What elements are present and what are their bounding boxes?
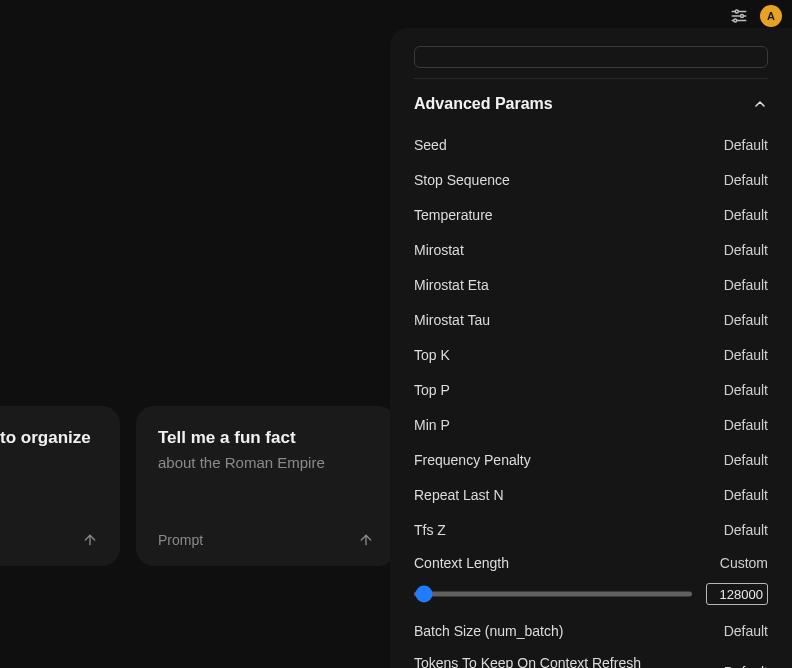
avatar[interactable]: A (760, 5, 782, 27)
param-value[interactable]: Default (724, 277, 768, 293)
param-row-repeat-last-n: Repeat Last NDefault (414, 477, 768, 512)
param-label: Repeat Last N (414, 487, 504, 503)
param-value[interactable]: Default (724, 522, 768, 538)
param-row-tokens-keep: Tokens To Keep On Context Refresh (num_k… (414, 654, 768, 668)
param-label: Stop Sequence (414, 172, 510, 188)
param-row-top-k: Top KDefault (414, 337, 768, 372)
param-label: Frequency Penalty (414, 452, 531, 468)
param-row-mirostat-eta: Mirostat EtaDefault (414, 267, 768, 302)
card-title: Show me how to organize (0, 428, 98, 448)
param-value[interactable]: Default (724, 452, 768, 468)
param-value[interactable]: Default (724, 664, 768, 668)
context-length-slider[interactable] (414, 585, 692, 603)
svg-point-3 (741, 15, 744, 18)
param-row-temperature: TemperatureDefault (414, 197, 768, 232)
param-value[interactable]: Default (724, 382, 768, 398)
param-value[interactable]: Default (724, 417, 768, 433)
svg-point-1 (735, 10, 738, 13)
param-value[interactable]: Default (724, 623, 768, 639)
param-row-min-p: Min PDefault (414, 407, 768, 442)
suggestion-card[interactable]: Show me how to organize my kids' art (0, 406, 120, 566)
param-value[interactable]: Default (724, 207, 768, 223)
param-row-mirostat-tau: Mirostat TauDefault (414, 302, 768, 337)
param-value[interactable]: Default (724, 137, 768, 153)
param-label: Tokens To Keep On Context Refresh (num_k… (414, 654, 641, 668)
param-label: Min P (414, 417, 450, 433)
system-prompt-input[interactable] (414, 46, 768, 68)
param-row-context-length: Context Length Custom (414, 549, 768, 577)
param-value[interactable]: Default (724, 242, 768, 258)
param-label: Top K (414, 347, 450, 363)
param-value[interactable]: Default (724, 312, 768, 328)
param-label: Mirostat Eta (414, 277, 489, 293)
context-length-input[interactable] (706, 583, 768, 605)
card-footer-label: Prompt (158, 532, 203, 548)
param-row-tfs-z: Tfs ZDefault (414, 512, 768, 547)
param-label: Temperature (414, 207, 493, 223)
param-value[interactable]: Default (724, 347, 768, 363)
card-title: Tell me a fun fact (158, 428, 374, 448)
param-label: Batch Size (num_batch) (414, 623, 563, 639)
param-label: Mirostat Tau (414, 312, 490, 328)
suggestion-cards: Show me how to organize my kids' art Tel… (0, 406, 396, 566)
param-label: Tfs Z (414, 522, 446, 538)
param-row-seed: SeedDefault (414, 127, 768, 162)
param-label: Seed (414, 137, 447, 153)
chevron-up-icon (752, 96, 768, 112)
suggestion-card[interactable]: Tell me a fun fact about the Roman Empir… (136, 406, 396, 566)
param-label: Context Length (414, 555, 509, 571)
param-row-frequency-penalty: Frequency PenaltyDefault (414, 442, 768, 477)
param-row-top-p: Top PDefault (414, 372, 768, 407)
param-row-mirostat: MirostatDefault (414, 232, 768, 267)
param-value[interactable]: Default (724, 487, 768, 503)
param-row-stop-sequence: Stop SequenceDefault (414, 162, 768, 197)
param-value[interactable]: Custom (720, 555, 768, 571)
arrow-up-icon (358, 532, 374, 548)
card-subtitle: my kids' art (0, 454, 98, 471)
param-label: Mirostat (414, 242, 464, 258)
divider (414, 78, 768, 79)
param-row-batch-size-num-batch: Batch Size (num_batch)Default (414, 613, 768, 648)
svg-point-5 (734, 19, 737, 22)
param-value[interactable]: Default (724, 172, 768, 188)
arrow-up-icon (82, 532, 98, 548)
param-label: Top P (414, 382, 450, 398)
advanced-params-header[interactable]: Advanced Params (414, 95, 768, 113)
card-subtitle: about the Roman Empire (158, 454, 374, 471)
section-title: Advanced Params (414, 95, 553, 113)
advanced-params-panel: Advanced Params SeedDefaultStop Sequence… (390, 28, 792, 668)
settings-sliders-icon[interactable] (730, 7, 748, 25)
